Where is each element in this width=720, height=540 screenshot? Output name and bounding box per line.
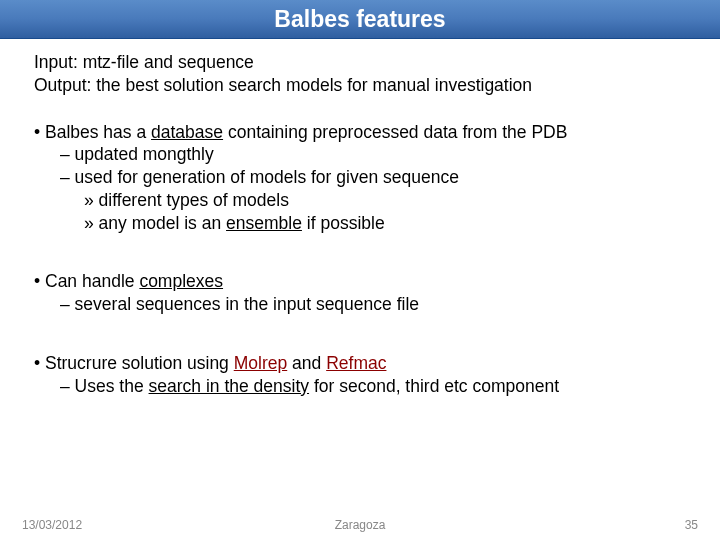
footer-venue: Zaragoza: [0, 518, 720, 532]
slide-title: Balbes features: [0, 0, 720, 39]
slide-number: 35: [685, 518, 698, 532]
kw-refmac: Refmac: [326, 353, 386, 373]
kw-ensemble: ensemble: [226, 213, 302, 233]
kw-search-density: search in the density: [149, 376, 310, 396]
slide-body: Input: mtz-file and sequence Output: the…: [0, 39, 720, 397]
kw-complexes: complexes: [139, 271, 223, 291]
intro-block: Input: mtz-file and sequence Output: the…: [34, 51, 686, 97]
bullet-structure: • Strucrure solution using Molrep and Re…: [34, 352, 686, 398]
bullet-database: • Balbes has a database containing prepr…: [34, 121, 686, 235]
kw-database: database: [151, 122, 223, 142]
kw-molrep: Molrep: [234, 353, 288, 373]
input-line: Input: mtz-file and sequence: [34, 51, 686, 74]
output-line: Output: the best solution search models …: [34, 74, 686, 97]
bullet-complexes: • Can handle complexes – several sequenc…: [34, 270, 686, 316]
